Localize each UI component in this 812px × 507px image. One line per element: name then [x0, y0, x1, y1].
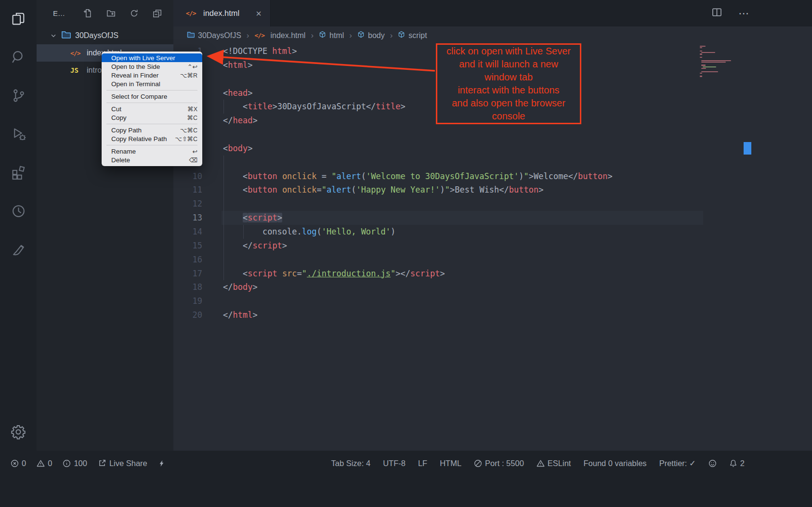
chevron-right-icon: › [247, 31, 249, 40]
port-icon [474, 459, 482, 468]
source-control-icon [11, 88, 26, 105]
status-item-lf[interactable]: LF [418, 459, 427, 468]
search-activity-button[interactable] [0, 39, 37, 77]
extensions-icon [11, 165, 26, 182]
menu-item-reveal-in-finder[interactable]: Reveal in Finder⌥⌘R [102, 71, 202, 79]
menu-item-rename[interactable]: Rename↩ [102, 147, 202, 156]
tab-index-html[interactable]: </> index.html × [173, 0, 271, 26]
status-item-found-0-variables[interactable]: Found 0 variables [583, 459, 646, 468]
new-folder-icon[interactable] [106, 9, 116, 18]
smiley-icon [708, 459, 717, 468]
menu-separator [106, 124, 197, 124]
status-item-utf-8[interactable]: UTF-8 [383, 459, 406, 468]
extensions-activity-button[interactable] [0, 154, 37, 193]
pen-icon [11, 242, 26, 260]
search-icon [11, 49, 26, 67]
menu-item-copy-path[interactable]: Copy Path⌥⌘C [102, 126, 202, 134]
menu-separator [106, 90, 197, 91]
clock-activity-button[interactable] [0, 193, 37, 231]
pen-activity-button[interactable] [0, 231, 37, 270]
tab-bar: </> index.html × ⋯ [173, 0, 812, 26]
annotation-line: console [437, 110, 580, 123]
html-file-icon: </> [70, 50, 83, 57]
code-line-17[interactable]: 17 <script src="./introduction.js"></scr… [173, 267, 812, 281]
status-item-lightning-icon[interactable] [158, 459, 165, 468]
status-item-live-share[interactable]: Live Share [98, 459, 147, 468]
code-line-13[interactable]: 13 <script> [173, 211, 812, 225]
folder-row-30daysofjs[interactable]: 30DaysOfJS [37, 26, 173, 44]
minimap[interactable] [700, 46, 743, 78]
symbol-cube-icon [319, 31, 326, 40]
code-line-12[interactable]: 12 [173, 197, 812, 211]
menu-item-open-to-the-side[interactable]: Open to the Side⌃↩ [102, 62, 202, 71]
status-item-2[interactable]: 2 [729, 459, 745, 468]
info-icon [63, 459, 71, 468]
explorer-title: E… [53, 9, 83, 17]
status-item-0[interactable]: 0 [37, 459, 52, 468]
menu-item-open-with-live-server[interactable]: Open with Live Server [102, 53, 202, 62]
menu-item-copy[interactable]: Copy⌘C [102, 113, 202, 122]
settings-gear-button[interactable] [0, 422, 37, 444]
source-control-activity-button[interactable] [0, 77, 37, 116]
code-line-20[interactable]: 20</html> [173, 308, 812, 322]
menu-item-delete[interactable]: Delete⌫ [102, 156, 202, 164]
menu-item-open-in-terminal[interactable]: Open in Terminal [102, 79, 202, 88]
code-line-15[interactable]: 15 </script> [173, 239, 812, 253]
status-item-smiley-icon[interactable] [708, 459, 717, 468]
settings-gear-icon [11, 424, 26, 442]
code-line-19[interactable]: 19 [173, 294, 812, 308]
status-item-eslint[interactable]: ESLint [537, 459, 571, 468]
code-line-18[interactable]: 18</body> [173, 280, 812, 294]
status-item-0[interactable]: 0 [11, 459, 26, 468]
overview-ruler-marker [744, 142, 751, 155]
new-file-icon[interactable] [83, 9, 92, 18]
status-item-prettier[interactable]: Prettier: ✓ [659, 459, 696, 468]
bell-icon [729, 459, 737, 468]
run-debug-activity-button[interactable] [0, 116, 37, 154]
live-share-icon [98, 459, 106, 468]
explorer-activity-button[interactable] [0, 0, 37, 39]
menu-item-select-for-compare[interactable]: Select for Compare [102, 92, 202, 101]
code-line-16[interactable]: 16 [173, 253, 812, 267]
status-bar: 00100Live Share Tab Size: 4UTF-8LFHTMLPo… [0, 451, 812, 507]
annotation-line: click on open with Live Sever [437, 45, 580, 58]
status-item-port-5500[interactable]: Port : 5500 [474, 459, 524, 468]
code-line-9[interactable]: 9 [173, 156, 812, 169]
files-icon [11, 11, 26, 28]
code-icon: </> [254, 32, 267, 39]
menu-item-copy-relative-path[interactable]: Copy Relative Path⌥⇧⌘C [102, 134, 202, 143]
code-line-10[interactable]: 10 <button onclick = "alert('Welcome to … [173, 169, 812, 183]
menu-item-cut[interactable]: Cut⌘X [102, 104, 202, 113]
run-debug-icon [11, 126, 26, 144]
breadcrumb-item-30daysofjs[interactable]: 30DaysOfJS [187, 31, 241, 40]
breadcrumb-item-body[interactable]: body [357, 31, 385, 40]
close-icon[interactable]: × [256, 9, 262, 18]
folder-icon [61, 30, 71, 41]
symbol-cube-icon [398, 31, 405, 40]
chevron-right-icon: › [349, 31, 352, 40]
chevron-right-icon: › [311, 31, 314, 40]
code-line-14[interactable]: 14 console.log('Hello, World') [173, 225, 812, 239]
annotation-line: and also open the browser [437, 97, 580, 110]
warning-icon [37, 459, 45, 468]
code-line-8[interactable]: 8<body> [173, 142, 812, 156]
folder-icon [187, 31, 195, 40]
code-line-11[interactable]: 11 <button onclick="alert('Happy New Yea… [173, 183, 812, 197]
split-editor-icon[interactable] [712, 7, 722, 19]
breadcrumb-item-html[interactable]: html [319, 31, 344, 40]
breadcrumb-item-script[interactable]: script [398, 31, 427, 40]
status-item-100[interactable]: 100 [63, 459, 87, 468]
status-item-tab-size-4[interactable]: Tab Size: 4 [331, 459, 371, 468]
clock-icon [11, 203, 26, 221]
collapse-all-icon[interactable] [153, 9, 162, 18]
breadcrumb: 30DaysOfJS › </>index.html › html › body… [173, 26, 812, 44]
folder-label: 30DaysOfJS [75, 31, 118, 40]
status-item-html[interactable]: HTML [440, 459, 461, 468]
error-icon [11, 459, 19, 468]
symbol-cube-icon [357, 31, 365, 40]
more-actions-icon[interactable]: ⋯ [738, 7, 749, 20]
warning-icon [537, 459, 545, 468]
breadcrumb-item-index-html[interactable]: </>index.html [254, 31, 305, 40]
refresh-icon[interactable] [130, 9, 139, 18]
code-line-7[interactable]: 7 [173, 128, 812, 142]
